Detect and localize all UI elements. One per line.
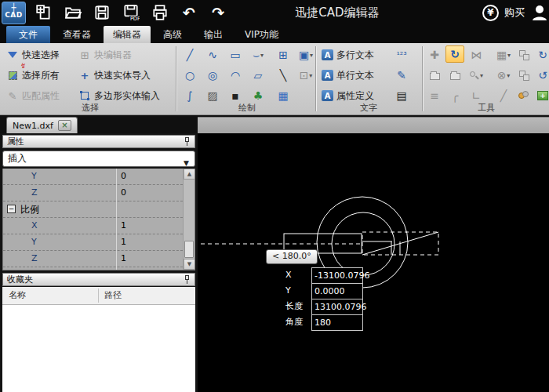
favorites-panel-header: 收藏夹 [2,273,195,286]
insert-block-icon[interactable]: ⊞ [274,46,293,64]
select-group-label: 选择 [55,102,125,114]
field-icon[interactable]: ¹²³ [392,46,411,64]
new-file-button[interactable] [35,3,53,22]
quick-entity-import-button[interactable]: + 快速实体导入 [78,67,151,84]
app-logo-icon[interactable]: ┼ CAD [2,2,26,24]
match-properties-icon: ✎ [6,89,19,102]
pin-icon[interactable] [184,137,191,146]
copy-icon [514,46,533,64]
property-row[interactable]: Y 1 [3,234,195,251]
circle-icon[interactable]: ○ [180,67,199,84]
window-title: 迅捷CAD编辑器 [295,5,379,20]
crosshair-icon: ┼ [2,4,25,11]
angle-tooltip: < 180.0° [266,249,318,264]
favorites-list[interactable] [2,305,195,392]
revision-icon[interactable]: ▱ [249,67,267,84]
ellipse-icon[interactable]: ◎ [203,67,222,84]
column-name[interactable]: 名称 [9,287,26,304]
block-editor-button: ⊞ 块编辑器 [78,46,132,64]
property-row[interactable]: Z 0 [3,185,195,201]
property-row[interactable]: Y 0 [3,169,195,185]
tools-group-label: 工具 [455,102,518,114]
drawing-canvas[interactable]: < 180.0° X -13100.0796 Y 0.0000 长度 13100… [198,133,549,392]
align-icon[interactable]: ↺ [533,67,549,84]
group-divider [176,46,176,111]
document-tabbar: New1.dxf × [0,115,549,133]
column-path[interactable]: 路径 [104,287,122,304]
currency-icon[interactable]: ¥ [482,5,499,21]
edit-text-icon[interactable]: ✎ [392,67,411,84]
mtext-button[interactable]: A 多行文本 [322,46,374,64]
line-icon[interactable]: ╱ [180,46,199,64]
select-all-button[interactable]: 选择所有 [6,67,60,84]
offset-icon: ≡ [425,87,444,104]
save-as-pdf-button[interactable]: PDF [122,3,140,22]
select-all-icon [6,69,19,82]
quick-entity-import-icon: + [78,69,91,82]
menu-file[interactable]: 文件 [6,26,50,43]
menu-output[interactable]: 输出 [195,26,232,43]
titlebar: ┼ CAD PDF ↶ ↷ 迅捷CAD编辑器 ¥ 购买 [0,0,549,26]
explode-icon: ⊗▾ [494,67,513,84]
rotate-icon[interactable]: ↻ [445,45,464,63]
scrollbar-thumb[interactable] [184,241,194,258]
app-window: ┼ CAD PDF ↶ ↷ 迅捷CAD编辑器 ¥ 购买 [0,0,549,392]
tab-close-icon[interactable]: × [58,120,71,131]
print-button[interactable] [151,3,169,22]
move-icon: ✚ [425,46,444,64]
add-table-icon[interactable]: + [533,87,549,104]
entity-type-dropdown[interactable]: 插入 ▼ [2,151,195,167]
cad-drawing [198,133,549,392]
menubar: 文件 查看器 编辑器 高级 输出 VIP功能 [0,26,549,43]
column-divider[interactable] [98,289,99,303]
redo-button[interactable]: ↷ [209,3,227,22]
account-icon[interactable] [530,3,549,22]
collapse-icon[interactable]: − [7,205,16,213]
property-row[interactable]: X 1 [3,218,195,234]
menu-editor[interactable]: 编辑器 [104,26,151,43]
arc-icon[interactable]: ◠ [226,67,245,84]
properties-grid: Y 0 Z 0 − 比例 X 1 Y 1 Z 1 [2,169,195,270]
rectangle-icon[interactable]: ▭ [226,46,245,64]
undo-icon: ↶ [183,4,195,21]
property-row[interactable]: Z 1 [3,251,195,267]
single-line-text-button[interactable]: A 单行文本 [322,67,374,84]
spline-icon[interactable]: ∫ [180,87,199,104]
inner-circle[interactable] [332,212,394,275]
favorites-column-headers: 名称 路径 [2,287,195,305]
pin-icon[interactable] [184,275,191,284]
mirror-icon: ⋈ [467,46,485,64]
scroll-down-icon[interactable]: ▼ [184,259,195,270]
menu-viewer[interactable]: 查看器 [53,26,100,43]
block-editor-icon: ⊞ [78,49,91,61]
region-icon: ⊡▾ [296,67,315,84]
rotate-reference-icon[interactable]: ↻ [533,46,549,64]
group-divider [422,46,423,111]
match-properties-button: ✎ 匹配属性 [6,87,60,104]
freehand-icon[interactable]: ∿ [203,46,222,64]
property-group-row[interactable]: − 比例 [3,201,195,218]
menu-advanced[interactable]: 高级 [154,26,191,43]
menu-vip[interactable]: VIP功能 [235,26,288,43]
properties-scrollbar[interactable]: ▲ ▼ [183,169,195,270]
paste-icon [425,67,444,84]
save-button[interactable] [93,3,111,22]
boundary-icon[interactable]: ▣▾ [296,46,315,64]
text-group-label: 文字 [333,102,404,114]
copy-with-base-icon [514,67,533,84]
left-dock-panel: 属性 插入 ▼ Y 0 Z 0 − 比例 X 1 [0,133,198,392]
quick-select-button[interactable]: ↯ 快速选择 [6,46,60,64]
draw-group-label: 绘制 [212,102,282,114]
paste-special-icon [445,67,464,84]
attribute-define-icon: A [322,90,333,101]
buy-button[interactable]: 购买 [504,5,525,20]
polyline-icon[interactable]: ⌣▾ [249,46,267,64]
open-file-button[interactable] [64,3,82,22]
wipeout-icon[interactable]: ╲ [274,67,293,84]
redo-icon: ↷ [212,4,224,21]
canvas-top-strip [198,117,549,133]
tab-new1-dxf[interactable]: New1.dxf × [6,117,78,133]
undo-button[interactable]: ↶ [180,3,198,22]
scroll-up-icon[interactable]: ▲ [184,169,195,180]
ribbon: ↯ 快速选择 选择所有 ✎ 匹配属性 ⊞ 块编辑器 + 快速实体导入 多边形实体… [0,43,549,115]
